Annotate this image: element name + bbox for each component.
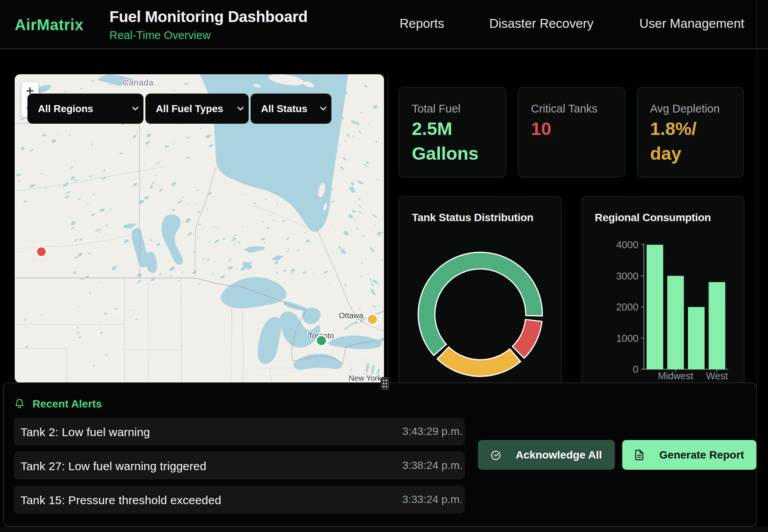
svg-text:New York: New York	[349, 374, 382, 382]
svg-text:1000: 1000	[616, 332, 638, 344]
svg-text:2000: 2000	[616, 301, 638, 313]
svg-text:Midwest: Midwest	[658, 370, 693, 381]
svg-text:4000: 4000	[616, 239, 638, 251]
svg-text:Ottawa: Ottawa	[339, 311, 364, 320]
svg-text:0: 0	[633, 363, 638, 375]
svg-text:3000: 3000	[616, 270, 638, 282]
svg-text:West: West	[706, 370, 728, 381]
svg-text:Canada: Canada	[123, 78, 154, 87]
